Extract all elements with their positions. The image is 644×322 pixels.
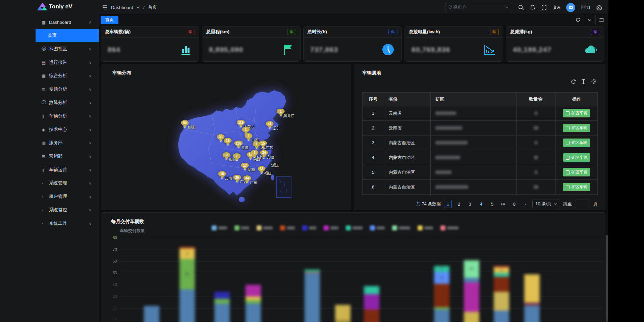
sidebar-item-首页[interactable]: 首页 — [36, 29, 99, 42]
table-row: 3内蒙古自治区矿区车辆 — [363, 136, 597, 150]
bar-segment — [364, 286, 379, 294]
column-header: 序号 — [363, 93, 384, 106]
mine-vehicles-button[interactable]: 矿区车辆 — [563, 124, 590, 132]
sidebar-item-故障分析[interactable]: ⓘ故障分析∨ — [0, 96, 99, 109]
username[interactable]: 同力 — [581, 4, 590, 10]
map-pin-label: 云南 — [225, 176, 232, 181]
pagination-page-5[interactable]: 5 — [488, 200, 496, 208]
vehicle-distribution-panel: 车辆分布 — [101, 64, 351, 210]
bar-segment: 15 — [464, 260, 479, 278]
column-settings-gear-icon[interactable] — [591, 79, 596, 84]
sidebar-item-营销部[interactable]: ⊟营销部∨ — [0, 150, 99, 163]
chevron-down-icon: ∨ — [89, 168, 92, 172]
sidebar-item-车辆分析[interactable]: ▯车辆分析∨ — [0, 109, 99, 123]
map-pin[interactable]: 1 — [242, 127, 250, 132]
jump-unit: 页 — [593, 201, 598, 207]
mine-vehicles-button[interactable]: 矿区车辆 — [563, 153, 590, 162]
kpi-card-2: 总里程(km)年8,895,090 — [202, 26, 301, 62]
kpi-period-badge[interactable]: 年 — [591, 29, 600, 35]
chevron-down-icon[interactable] — [584, 15, 595, 25]
refresh-icon[interactable] — [572, 15, 584, 25]
china-map[interactable] — [101, 64, 351, 210]
masked-text — [435, 170, 451, 174]
chevron-down-icon: ∨ — [89, 101, 92, 105]
chevron-down-icon: ∨ — [89, 195, 92, 199]
mine-vehicles-button[interactable]: 矿区车辆 — [563, 168, 590, 176]
mine-vehicles-button[interactable]: 矿区车辆 — [563, 183, 590, 191]
kpi-label: 总里程(km) — [206, 29, 229, 35]
pagination-total: 共 74 条数据 — [416, 201, 441, 207]
sidebar-item-系统工具[interactable]: ●系统工具∨ — [0, 217, 99, 230]
kpi-value: 60,769,836 — [412, 46, 450, 54]
vehicle-location-panel: 车辆属地 序号省份矿区数量/台操作1云南省矿区车辆2云南省矿区车辆3内蒙古自治区… — [354, 64, 605, 210]
mine-vehicles-button[interactable]: 矿区车辆 — [563, 139, 590, 147]
sidebar-item-label: 地图视区 — [49, 46, 67, 52]
notification-bell-icon[interactable] — [530, 5, 535, 10]
fullscreen-icon[interactable] — [541, 5, 547, 10]
service-icon: ▥ — [42, 141, 49, 146]
sidebar-item-车辆运营[interactable]: ▯车辆运营∨ — [0, 163, 99, 176]
scrollbar-thumb[interactable] — [606, 235, 608, 322]
analysis-icon: ▦ — [42, 73, 49, 78]
bar-segment — [179, 289, 195, 322]
sidebar-item-综合分析[interactable]: ▦综合分析∨ — [0, 69, 99, 83]
sidebar-item-label: 专题分析 — [49, 86, 67, 92]
vehicle-icon: ▯ — [42, 114, 49, 119]
kpi-value: 737,863 — [310, 46, 338, 54]
jump-page-input[interactable] — [575, 200, 590, 208]
table-row: 5内蒙古自治区矿区车辆 — [363, 165, 597, 180]
settings-gear-icon[interactable] — [596, 5, 602, 10]
pagination-page-8[interactable]: 8 — [510, 200, 518, 208]
app-title: Tonly eV — [49, 3, 72, 10]
sidebar-item-系统监控[interactable]: ●系统监控∨ — [0, 203, 99, 217]
tab-home[interactable]: 首页 — [101, 16, 118, 24]
sidebar-item-技术中心[interactable]: ◈技术中心∨ — [0, 123, 99, 136]
pagination-page-2[interactable]: 2 — [455, 200, 463, 208]
sidebar-item-专题分析[interactable]: ≣专题分析∨ — [0, 83, 99, 96]
map-pin[interactable]: 18 — [224, 138, 232, 143]
kpi-period-badge[interactable]: 年 — [490, 29, 499, 35]
kpi-period-badge[interactable]: 年 — [388, 29, 397, 35]
dot-icon: ● — [42, 182, 49, 185]
kpi-period-badge[interactable]: 年 — [287, 29, 296, 35]
bar-segment — [494, 273, 509, 277]
sidebar-item-租户管理[interactable]: ●租户管理∨ — [0, 190, 99, 203]
table-row: 7内蒙古自治区矿区车辆 — [363, 195, 597, 195]
pagination-page-3[interactable]: 3 — [466, 200, 474, 208]
cell-action: 矿区车辆 — [556, 121, 597, 135]
page-size-select[interactable]: 10 条/页 — [532, 200, 560, 208]
sidebar-item-地图视区[interactable]: Ⓜ地图视区∨ — [0, 42, 99, 56]
avatar[interactable] — [566, 3, 575, 12]
bar-segment: 5 — [434, 266, 449, 272]
pagination-next[interactable]: › — [521, 200, 529, 208]
bar-segment — [464, 278, 479, 282]
search-icon[interactable] — [518, 5, 524, 10]
sidebar-item-label: 综合分析 — [49, 73, 67, 79]
sidebar-item-服务部[interactable]: ▥服务部∨ — [0, 136, 99, 150]
frame-maximize-icon[interactable] — [595, 15, 607, 25]
kpi-value: 40,199,247 — [513, 46, 551, 54]
sidebar-collapse-icon[interactable] — [102, 5, 108, 10]
tenant-select[interactable]: 选择租户 — [445, 3, 512, 12]
sidebar-item-运行报告[interactable]: ▤运行报告∨ — [0, 56, 99, 69]
masked-text — [535, 141, 537, 145]
mine-vehicles-button[interactable]: 矿区车辆 — [563, 109, 590, 117]
button-label: 矿区车辆 — [571, 125, 587, 131]
sidebar-item-系统管理[interactable]: ●系统管理∨ — [0, 176, 99, 190]
refresh-icon[interactable] — [571, 79, 576, 84]
kpi-period-badge[interactable]: 年 — [186, 29, 195, 35]
bar-segment — [214, 299, 230, 304]
map-pin[interactable]: 7 — [233, 153, 241, 159]
sidebar-item-Dashboard[interactable]: ▦Dashboard∧ — [0, 15, 99, 29]
dot-icon: ● — [42, 195, 49, 198]
topbar: Dashboard / 首页 选择租户 文A 同力 — [99, 0, 608, 15]
bar-segment — [464, 312, 479, 322]
translate-icon[interactable]: 文A — [553, 4, 560, 10]
pagination: 共 74 条数据12345•••8›10 条/页跳至页 — [416, 200, 598, 208]
breadcrumb-root[interactable]: Dashboard — [111, 5, 133, 10]
sidebar-menu: ▦Dashboard∧首页Ⓜ地图视区∨▤运行报告∨▦综合分析∨≣专题分析∨ⓘ故障… — [0, 15, 99, 230]
row-height-icon[interactable] — [581, 79, 586, 84]
pagination-page-1[interactable]: 1 — [444, 200, 452, 208]
pagination-page-4[interactable]: 4 — [477, 200, 485, 208]
sidebar-item-label: 系统工具 — [49, 220, 67, 226]
